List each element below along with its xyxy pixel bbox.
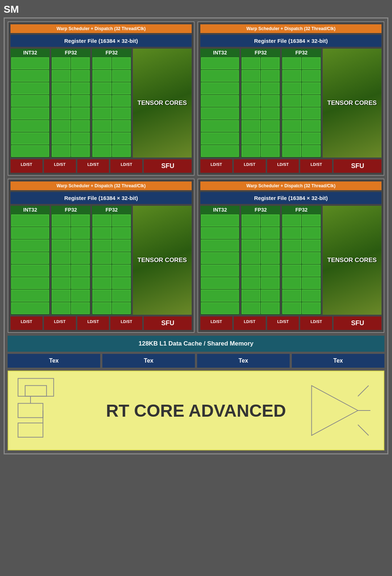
tex-row: Tex Tex Tex Tex	[8, 354, 384, 368]
svg-line-8	[358, 425, 368, 435]
rt-core-area: RT CORE ADVANCED	[8, 371, 384, 450]
sm-unit-1: Warp Scheduler + Dispatch (32 Thread/Clk…	[197, 21, 384, 176]
fp32-col2-0: FP32	[92, 49, 131, 158]
ldst-2-2: LD/ST	[77, 316, 109, 330]
tensor-label-0: TENSOR CORES	[138, 99, 187, 107]
sfu-1: SFU	[334, 159, 381, 173]
tensor-label-2: TENSOR CORES	[138, 256, 187, 264]
ldst-2-1: LD/ST	[44, 316, 76, 330]
warp-scheduler-1: Warp Scheduler + Dispatch (32 Thread/Clk…	[200, 24, 381, 33]
tensor-label-3: TENSOR CORES	[327, 256, 377, 264]
svg-marker-6	[311, 385, 358, 435]
tex-1: Tex	[102, 354, 195, 368]
sm-unit-2: Warp Scheduler + Dispatch (32 Thread/Clk…	[8, 179, 195, 333]
tex-3: Tex	[292, 354, 384, 368]
sfu-3: SFU	[334, 316, 381, 330]
ldst-3-0: LD/ST	[200, 316, 232, 330]
fp32-2-label-2: FP32	[92, 206, 131, 214]
svg-rect-1	[25, 385, 46, 396]
bottom-row-0: LD/ST LD/ST LD/ST LD/ST SFU	[11, 159, 192, 173]
cores-area-3: INT32 FP32	[200, 206, 381, 315]
ldst-3-3: LD/ST	[300, 316, 332, 330]
fp32-col1-0: FP32	[51, 49, 90, 158]
fp32-col1-1: FP32	[241, 49, 280, 158]
tensor-col-0: TENSOR CORES	[133, 49, 192, 158]
fp32-2-label-1: FP32	[282, 49, 321, 57]
fp32-col2-1: FP32	[282, 49, 321, 158]
int32-col-3: INT32	[200, 206, 240, 315]
ldst-0-1: LD/ST	[44, 159, 76, 173]
fp32-1-label-1: FP32	[241, 49, 280, 57]
int32-col-1: INT32	[200, 49, 240, 158]
warp-scheduler-3: Warp Scheduler + Dispatch (32 Thread/Clk…	[200, 181, 381, 190]
register-file-2: Register File (16384 × 32-bit)	[11, 192, 192, 204]
l1-cache: 128KB L1 Data Cache / Shared Memory	[8, 336, 384, 352]
int32-col-2: INT32	[11, 206, 50, 315]
fp32-2-label-3: FP32	[282, 206, 321, 214]
warp-scheduler-2: Warp Scheduler + Dispatch (32 Thread/Clk…	[11, 181, 192, 190]
fp32-col1-3: FP32	[241, 206, 280, 315]
ldst-3-1: LD/ST	[234, 316, 266, 330]
int32-label-3: INT32	[200, 206, 240, 214]
register-file-3: Register File (16384 × 32-bit)	[200, 192, 381, 204]
sm-unit-0: Warp Scheduler + Dispatch (32 Thread/Clk…	[8, 21, 195, 176]
bottom-row-2: LD/ST LD/ST LD/ST LD/ST SFU	[11, 316, 192, 330]
tex-2: Tex	[197, 354, 290, 368]
ldst-0-2: LD/ST	[77, 159, 109, 173]
ldst-1-2: LD/ST	[267, 159, 299, 173]
rt-core-label: RT CORE ADVANCED	[106, 401, 286, 421]
ldst-3-2: LD/ST	[267, 316, 299, 330]
fp32-col2-2: FP32	[92, 206, 131, 315]
ldst-2-0: LD/ST	[11, 316, 42, 330]
int32-label-2: INT32	[11, 206, 50, 214]
sm-label: SM	[4, 4, 388, 15]
fp32-1-label-0: FP32	[51, 49, 90, 57]
rt-diagram-right	[304, 371, 376, 450]
ldst-0-3: LD/ST	[110, 159, 142, 173]
fp32-col2-3: FP32	[282, 206, 321, 315]
tensor-col-2: TENSOR CORES	[133, 206, 192, 315]
cores-area-0: INT32 FP32	[11, 49, 192, 158]
fp32-col1-2: FP32	[51, 206, 90, 315]
bottom-row-1: LD/ST LD/ST LD/ST LD/ST SFU	[200, 159, 381, 173]
sm-grid: Warp Scheduler + Dispatch (32 Thread/Clk…	[8, 21, 384, 333]
main-container: Warp Scheduler + Dispatch (32 Thread/Clk…	[4, 17, 388, 454]
register-file-0: Register File (16384 × 32-bit)	[11, 35, 192, 47]
sm-unit-3: Warp Scheduler + Dispatch (32 Thread/Clk…	[197, 179, 384, 333]
cores-area-1: INT32 FP32	[200, 49, 381, 158]
int32-label-0: INT32	[11, 49, 50, 57]
register-file-1: Register File (16384 × 32-bit)	[200, 35, 381, 47]
svg-line-7	[358, 385, 368, 396]
cores-area-2: INT32 FP32	[11, 206, 192, 315]
sfu-0: SFU	[144, 159, 192, 173]
warp-scheduler-0: Warp Scheduler + Dispatch (32 Thread/Clk…	[11, 24, 192, 33]
bottom-row-3: LD/ST LD/ST LD/ST LD/ST SFU	[200, 316, 381, 330]
ldst-2-3: LD/ST	[110, 316, 142, 330]
sfu-2: SFU	[144, 316, 192, 330]
fp32-1-label-2: FP32	[51, 206, 90, 214]
svg-rect-3	[18, 423, 43, 437]
fp32-1-label-3: FP32	[241, 206, 280, 214]
tex-0: Tex	[8, 354, 100, 368]
svg-rect-2	[18, 403, 43, 417]
tensor-label-1: TENSOR CORES	[327, 99, 377, 107]
tensor-col-3: TENSOR CORES	[323, 206, 381, 315]
ldst-1-3: LD/ST	[300, 159, 332, 173]
ldst-1-0: LD/ST	[200, 159, 232, 173]
ldst-0-0: LD/ST	[11, 159, 42, 173]
int32-label-1: INT32	[200, 49, 240, 57]
fp32-2-label-0: FP32	[92, 49, 131, 57]
svg-rect-0	[18, 379, 54, 396]
int32-col-0: INT32	[11, 49, 50, 158]
tensor-col-1: TENSOR CORES	[323, 49, 381, 158]
rt-diagram-left	[16, 371, 85, 450]
ldst-1-1: LD/ST	[234, 159, 266, 173]
